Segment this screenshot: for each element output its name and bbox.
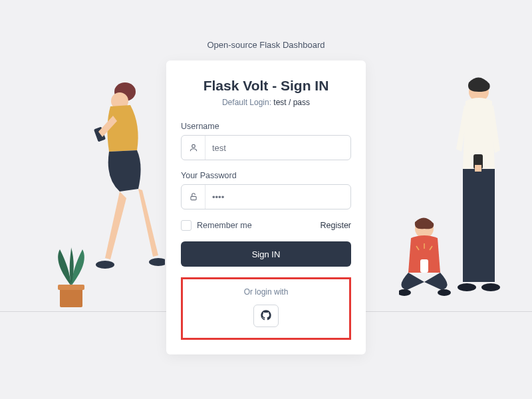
page-subtitle: Open-source Flask Dashboard	[0, 0, 532, 50]
card-subtitle: Default Login: test / pass	[181, 98, 351, 107]
svg-rect-9	[463, 169, 477, 282]
user-icon	[182, 136, 205, 160]
svg-rect-23	[190, 196, 196, 200]
remember-wrap: Remember me	[181, 220, 252, 231]
oauth-divider-label: Or login with	[183, 287, 349, 297]
people-illustration-right	[399, 76, 519, 313]
github-login-button[interactable]	[253, 305, 279, 327]
remember-checkbox[interactable]	[181, 220, 192, 231]
subtitle-prefix: Default Login:	[222, 98, 273, 107]
github-icon	[261, 310, 271, 323]
register-link[interactable]: Register	[320, 221, 351, 230]
username-input[interactable]	[205, 136, 350, 160]
signin-button[interactable]: Sign IN	[181, 241, 351, 267]
woman-illustration	[72, 78, 165, 313]
lock-icon	[182, 185, 205, 209]
svg-point-22	[192, 144, 195, 148]
password-label: Your Password	[181, 171, 351, 180]
username-label: Username	[181, 122, 351, 131]
oauth-section-highlighted: Or login with	[181, 277, 351, 340]
svg-rect-10	[480, 169, 495, 282]
svg-point-18	[438, 289, 451, 296]
password-input-group	[181, 184, 351, 209]
remember-label: Remember me	[197, 221, 252, 230]
password-input[interactable]	[205, 185, 350, 209]
svg-point-5	[149, 258, 165, 266]
svg-rect-14	[475, 165, 481, 172]
svg-point-4	[96, 261, 114, 269]
subtitle-credentials: test / pass	[273, 98, 310, 107]
svg-rect-16	[420, 259, 428, 273]
card-title: Flask Volt - Sign IN	[181, 78, 351, 94]
svg-point-17	[399, 289, 411, 296]
login-card: Flask Volt - Sign IN Default Login: test…	[166, 61, 366, 354]
username-input-group	[181, 135, 351, 160]
svg-point-12	[481, 283, 500, 291]
svg-point-11	[458, 283, 476, 291]
